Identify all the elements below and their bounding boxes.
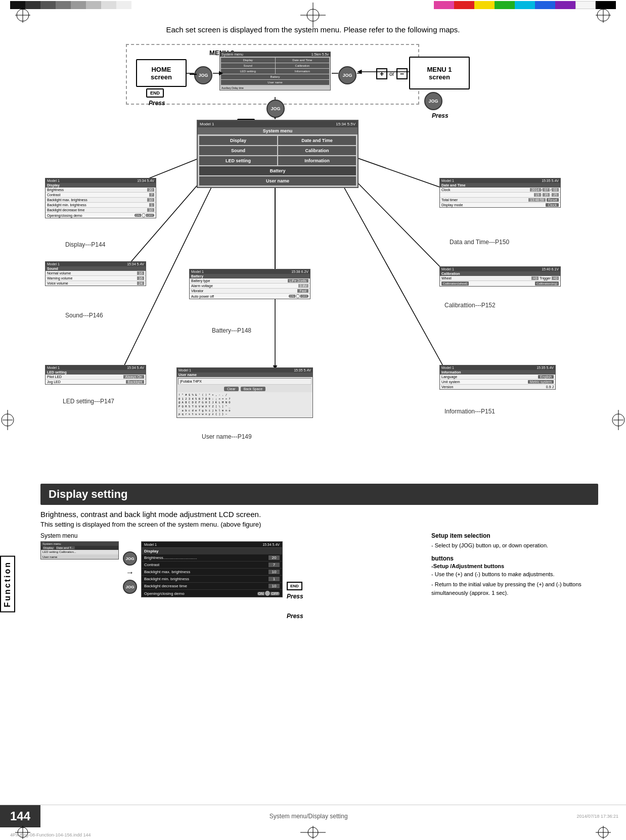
username-buttons: Clear Back Space — [177, 386, 312, 392]
sys-menu-information[interactable]: Information — [278, 156, 356, 165]
function-label: Function — [0, 556, 15, 613]
datetime-caption: Data and Time---P150 — [450, 239, 509, 246]
desc-text-2: This setting is displayed from the scree… — [40, 521, 598, 528]
sys-menu-username[interactable]: User name — [199, 176, 356, 185]
ld-row-maxbright: Backlight max. brightness10 — [142, 569, 282, 576]
setup-title: Setup item selection — [431, 532, 598, 539]
display-row-brightness: Brightness20 — [46, 188, 156, 193]
calibration-screen-title: Calibration — [440, 271, 560, 276]
info-row-language: LanguageEnglish — [440, 375, 555, 380]
jog-button-3[interactable]: JOG — [266, 100, 285, 118]
keyboard-area[interactable]: ! " # $ % & ' ( ) * + , - . / 0 1 2 3 4 … — [177, 392, 312, 417]
ld-row-decrease: Backlight decrease time10 — [142, 583, 282, 590]
press-label-3: Press — [432, 112, 449, 119]
sys-menu-header: Model 115:34 5.5V — [198, 121, 357, 127]
battery-row-type: Battery typeLiFe 2cells — [190, 278, 310, 284]
footer-right: 2014/07/18 17:36:21 — [576, 814, 626, 819]
lower-press-label-2: Press — [287, 613, 303, 620]
datetime-row-time: 15 : 35 : 25 — [440, 193, 560, 198]
calibration-row-wheel: Wheel +0 Trigger +0 — [440, 276, 560, 281]
sys-menu-display[interactable]: Display — [199, 136, 277, 145]
press-label-1: Press — [149, 100, 165, 107]
display-row-maxbright: Backlight max. brightness10 — [46, 198, 156, 203]
calibration-caption: Calibrattion---P152 — [444, 302, 496, 309]
system-menu-label-lower: System menu — [40, 532, 421, 539]
sound-caption: Sound---P146 — [65, 312, 103, 319]
or-text: or — [389, 71, 394, 77]
lower-jog-1[interactable]: JOG — [123, 551, 137, 566]
sys-menu-battery[interactable]: Battery — [199, 166, 356, 175]
display-row-decreasetime: Backlight decrease time10 — [46, 208, 156, 213]
svg-point-29 — [308, 827, 318, 837]
information-screen-header: Model 115:35 5.4V — [440, 365, 555, 370]
username-screen-header: Model 115:35 5.4V — [177, 368, 312, 372]
username-screen-title: User name — [177, 372, 312, 377]
battery-row-vibrator: VibratorFast — [190, 289, 310, 294]
menu1-screen-box: MENU 1 screen — [409, 57, 470, 89]
backspace-button[interactable]: Back Space — [241, 387, 265, 391]
battery-caption: Battery---P148 — [212, 327, 251, 334]
setup-text: - Select by (JOG) button up, or down ope… — [431, 541, 598, 550]
sound-row-normal: Normal volume16 — [46, 271, 146, 276]
minus-button[interactable]: − — [396, 68, 408, 79]
sys-menu-calibration[interactable]: Calibration — [278, 146, 356, 155]
display-row-minbright: Backlight min. brightness1 — [46, 203, 156, 208]
section-title: Display setting — [40, 484, 598, 505]
plus-button[interactable]: + — [376, 68, 387, 79]
ld-row-minbright: Backlight min. brightness1 — [142, 576, 282, 583]
jog-button-4[interactable]: JOG — [424, 92, 442, 110]
lower-end-button[interactable]: END — [287, 582, 302, 590]
adj-text-1: - Use the (+) and (-) buttons to make ad… — [431, 570, 598, 579]
intro-text: Each set screen is displayed from the sy… — [28, 25, 598, 34]
username-input[interactable]: |Futaba T4PX — [178, 378, 311, 385]
info-row-unit: Unit systemMetric system — [440, 380, 555, 385]
display-row-contrast: Contrast7 — [46, 193, 156, 198]
ld-row-brightness: Brightness..............................… — [142, 554, 282, 562]
end-button[interactable]: END — [146, 88, 164, 98]
battery-row-alarm: Alarm voltage3.8V — [190, 284, 310, 289]
sys-menu-led[interactable]: LED setting — [199, 156, 277, 165]
lower-press-label: Press — [287, 593, 303, 600]
sys-menu-sound[interactable]: Sound — [199, 146, 277, 155]
datetime-screen-title: Date and Time — [440, 183, 560, 188]
sound-screen-header: Model 115:34 5.4V — [46, 262, 146, 266]
led-caption: LED setting---P147 — [63, 398, 114, 405]
sys-menu-datetime[interactable]: Date and Time — [278, 136, 356, 145]
sound-row-voice: Voice volume24 — [46, 281, 146, 286]
display-caption: Display---P144 — [65, 241, 105, 248]
jog-button-2[interactable]: JOG — [338, 66, 356, 84]
display-row-demo: Opening/closing demo ON OFF — [46, 213, 156, 218]
datetime-row-total: Total timer 13:48:59 Reset — [440, 198, 560, 203]
footer-left: 4PX-Eng-08-Function-104-156.indd 144 — [10, 832, 91, 837]
info-row-version: Version0.9 J — [440, 385, 555, 389]
battery-screen-title: Battery — [190, 274, 310, 278]
desc-text-1: Brightness, contrast and back light mode… — [40, 510, 598, 519]
battery-screen-header: Model 115:38 6.2V — [190, 269, 310, 274]
adj-text-2: - Return to the initial value by pressin… — [431, 580, 598, 597]
lower-jog-2[interactable]: JOG — [123, 580, 137, 594]
page-number: 144 — [0, 805, 40, 827]
large-display-title: Display — [142, 548, 282, 554]
datetime-row-displaymode: Display modeClock — [440, 203, 560, 207]
led-row-jog: Jog LEDBacklight — [46, 380, 146, 384]
home-screen-box: HOME screen — [136, 59, 187, 87]
jog-button-1[interactable]: JOG — [194, 66, 212, 84]
clear-button[interactable]: Clear — [224, 387, 239, 391]
led-screen-title: LED setting — [46, 370, 146, 375]
led-screen-header: Model 115:34 5.4V — [46, 365, 146, 370]
buttons-title: buttons — [431, 555, 598, 562]
display-screen-title: Display — [46, 183, 156, 188]
battery-row-autooff: Auto power off ON OFF — [190, 294, 310, 299]
display-screen-header: Model 115:34 5.4V — [46, 178, 156, 183]
sound-screen-title: Sound — [46, 266, 146, 271]
username-caption: User name---P149 — [202, 433, 252, 440]
lower-sys-menu: System menu Display Date and T... LED se… — [40, 541, 119, 559]
datetime-row-clock: Clock 2014 / 07 / 03 — [440, 188, 560, 193]
calibration-screen-header: Model 115:40 6.1V — [440, 267, 560, 271]
calibration-row-btns: Calibration(wheel) Calibration(trig) — [440, 281, 560, 286]
led-row-pilot: Pilot LEDAlways On — [46, 375, 146, 380]
sound-row-warning: Warning volume16 — [46, 276, 146, 281]
setup-adj-title: -Setup /Adjustment buttons — [431, 563, 598, 569]
datetime-screen-header: Model 115:35 5.4V — [440, 178, 560, 183]
svg-point-32 — [598, 827, 608, 837]
